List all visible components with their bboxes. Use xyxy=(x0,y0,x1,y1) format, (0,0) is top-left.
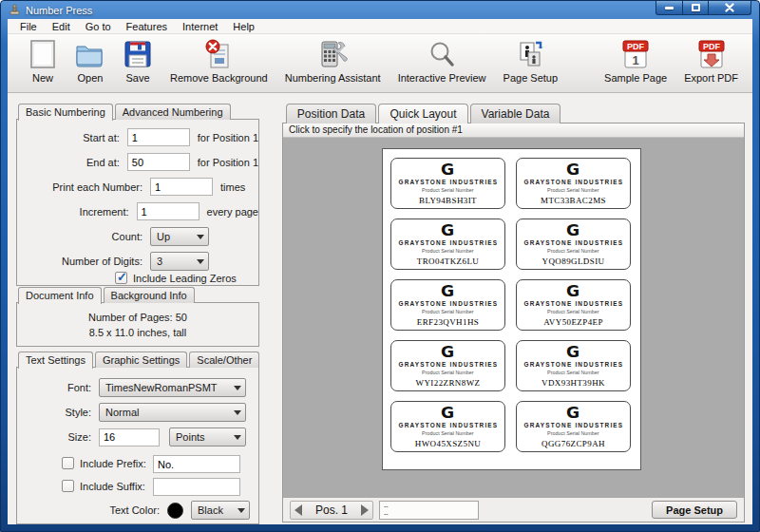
tab-background-info[interactable]: Background Info xyxy=(104,287,195,303)
position-nav-bar: Pos. 1 -- -- Page Setup xyxy=(283,497,744,522)
toolbar-sample-page[interactable]: PDF1 Sample Page xyxy=(596,39,675,84)
pages-arrow-icon xyxy=(515,39,545,69)
chevron-down-icon xyxy=(234,410,241,415)
count-dropdown[interactable]: Up xyxy=(150,227,209,246)
company-name: GRAYSTONE INDUSTRIES xyxy=(398,239,498,245)
next-position-icon[interactable] xyxy=(361,504,369,516)
page-preview[interactable]: G GRAYSTONE INDUSTRIES Product Serial Nu… xyxy=(382,148,641,470)
count-label: Count: xyxy=(17,231,150,242)
preview-panel: Click to specify the location of positio… xyxy=(282,123,745,522)
pdf-badge-text: PDF xyxy=(703,42,721,51)
minimize-button[interactable] xyxy=(656,1,683,15)
menu-features[interactable]: Features xyxy=(119,20,175,33)
toolbar-new[interactable]: New xyxy=(19,39,66,84)
label-position-7[interactable]: G GRAYSTONE INDUSTRIES Product Serial Nu… xyxy=(390,340,505,391)
font-value: TimesNewRomanPSMT xyxy=(105,382,229,393)
toolbar-remove-background[interactable]: Remove Background xyxy=(162,39,276,84)
toolbar-label: Numbering Assistant xyxy=(285,72,381,84)
toolbar-export-pdf[interactable]: PDF Export PDF xyxy=(675,39,747,84)
toolbar-label: Open xyxy=(78,72,104,84)
toolbar-open[interactable]: Open xyxy=(66,39,114,84)
toolbar-page-setup[interactable]: Page Setup xyxy=(495,39,567,84)
chevron-down-icon xyxy=(197,259,204,264)
digits-dropdown[interactable]: 3 xyxy=(150,252,209,271)
label-position-2[interactable]: G GRAYSTONE INDUSTRIES Product Serial Nu… xyxy=(516,158,631,209)
toolbar-save[interactable]: Save xyxy=(114,39,162,84)
page-setup-button[interactable]: Page Setup xyxy=(652,501,737,519)
text-color-dropdown[interactable]: Black xyxy=(191,501,250,520)
serial-caption: Product Serial Number xyxy=(422,309,474,314)
menu-edit[interactable]: Edit xyxy=(45,20,78,33)
brand-logo-g: G xyxy=(441,346,454,359)
increment-input[interactable] xyxy=(137,202,200,220)
label-position-9[interactable]: G GRAYSTONE INDUSTRIES Product Serial Nu… xyxy=(390,401,505,452)
size-unit-dropdown[interactable]: Points xyxy=(169,428,246,446)
toolbar-label: Interactive Preview xyxy=(398,72,486,84)
tab-variable-data[interactable]: Variable Data xyxy=(470,104,560,124)
end-at-input[interactable] xyxy=(127,153,190,171)
start-at-input[interactable] xyxy=(127,128,190,146)
menu-goto[interactable]: Go to xyxy=(78,20,119,33)
title-bar: Number Press xyxy=(1,1,759,19)
open-folder-icon xyxy=(75,39,105,69)
maximize-button[interactable] xyxy=(683,1,709,15)
include-suffix-checkbox[interactable] xyxy=(62,480,74,492)
pdf-one-icon: PDF1 xyxy=(620,39,651,69)
increment-label: Increment: xyxy=(17,206,137,218)
serial-caption: Product Serial Number xyxy=(547,370,599,374)
include-suffix-label: Include Suffix: xyxy=(80,481,145,492)
text-color-swatch[interactable] xyxy=(167,503,183,519)
label-position-1[interactable]: G GRAYSTONE INDUSTRIES Product Serial Nu… xyxy=(390,158,505,209)
label-position-3[interactable]: G GRAYSTONE INDUSTRIES Product Serial Nu… xyxy=(390,218,505,270)
serial-number: BLY94BSH3IT xyxy=(419,196,477,205)
label-position-8[interactable]: G GRAYSTONE INDUSTRIES Product Serial Nu… xyxy=(516,340,631,391)
size-input[interactable] xyxy=(99,428,160,446)
brand-logo-g: G xyxy=(566,163,580,177)
tab-document-info[interactable]: Document Info xyxy=(18,287,102,304)
font-dropdown[interactable]: TimesNewRomanPSMT xyxy=(99,378,246,397)
style-dropdown[interactable]: Normal xyxy=(99,403,246,422)
start-at-suffix: for Position 1 xyxy=(198,132,258,143)
position-navigator: Pos. 1 xyxy=(290,501,373,520)
label-position-4[interactable]: G GRAYSTONE INDUSTRIES Product Serial Nu… xyxy=(516,218,631,270)
digits-label: Number of Digits: xyxy=(17,256,150,267)
previous-position-icon[interactable] xyxy=(294,504,302,516)
menu-file[interactable]: File xyxy=(12,20,45,33)
tab-quick-layout[interactable]: Quick Layout xyxy=(378,104,468,124)
include-prefix-checkbox[interactable] xyxy=(62,457,74,469)
company-name: GRAYSTONE INDUSTRIES xyxy=(523,179,623,184)
menu-internet[interactable]: Internet xyxy=(175,20,225,33)
main-area: Basic Numbering Advanced Numbering Start… xyxy=(8,94,752,524)
brand-logo-g: G xyxy=(441,224,454,238)
menu-help[interactable]: Help xyxy=(225,20,262,33)
tab-position-data[interactable]: Position Data xyxy=(286,104,376,124)
print-each-input[interactable] xyxy=(150,178,213,196)
toolbar-interactive-preview[interactable]: Interactive Preview xyxy=(390,39,495,84)
layout-canvas[interactable]: G GRAYSTONE INDUSTRIES Product Serial Nu… xyxy=(283,138,744,497)
calculator-wrench-icon xyxy=(317,39,348,69)
position-label: Pos. 1 xyxy=(315,504,348,517)
leading-zeros-label: Include Leading Zeros xyxy=(133,273,237,284)
end-at-suffix: for Position 1 xyxy=(198,157,258,168)
serial-number: ERF23QVH1HS xyxy=(417,317,479,327)
label-position-5[interactable]: G GRAYSTONE INDUSTRIES Product Serial Nu… xyxy=(390,279,505,331)
include-prefix-label: Include Prefix: xyxy=(80,458,146,469)
prefix-input[interactable] xyxy=(153,455,240,473)
document-info-group: Document Info Background Info Number of … xyxy=(16,287,259,347)
label-position-10[interactable]: G GRAYSTONE INDUSTRIES Product Serial Nu… xyxy=(516,401,631,452)
minimize-icon xyxy=(665,7,674,10)
tab-text-settings[interactable]: Text Settings xyxy=(18,352,93,369)
tab-advanced-numbering[interactable]: Advanced Numbering xyxy=(115,104,231,120)
tab-basic-numbering[interactable]: Basic Numbering xyxy=(18,104,113,121)
toolbar-numbering-assistant[interactable]: Numbering Assistant xyxy=(276,39,390,84)
label-position-6[interactable]: G GRAYSTONE INDUSTRIES Product Serial Nu… xyxy=(516,279,631,331)
pdf-badge-text: PDF xyxy=(627,42,645,51)
company-name: GRAYSTONE INDUSTRIES xyxy=(523,422,623,428)
suffix-input[interactable] xyxy=(153,478,240,496)
close-button[interactable] xyxy=(709,1,751,15)
text-color-label: Text Color: xyxy=(107,504,167,516)
leading-zeros-checkbox[interactable] xyxy=(115,272,127,284)
tab-graphic-settings[interactable]: Graphic Settings xyxy=(95,352,187,368)
basic-numbering-group: Basic Numbering Advanced Numbering Start… xyxy=(16,104,259,286)
tab-scale-other[interactable]: Scale/Other xyxy=(189,352,259,368)
